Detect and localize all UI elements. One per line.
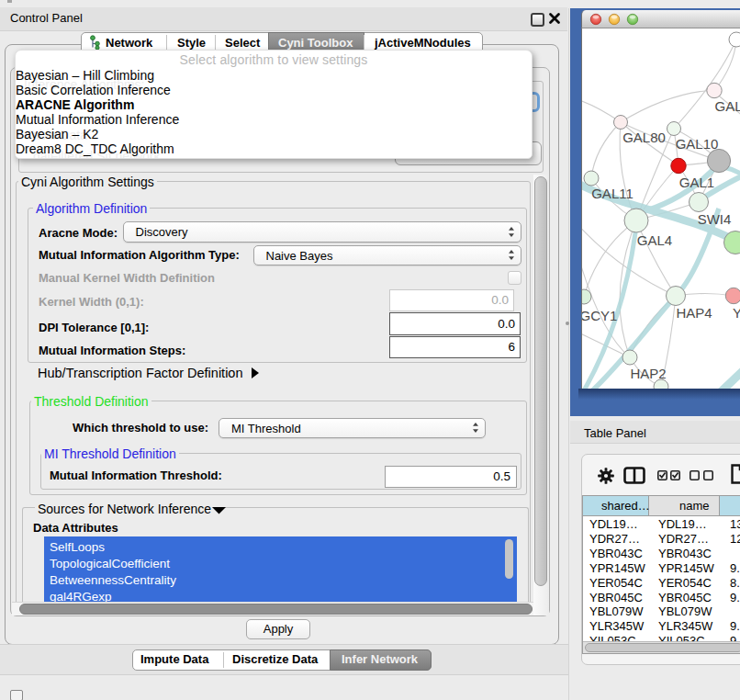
svg-text:GAL4: GAL4	[637, 232, 672, 248]
svg-text:GAL10: GAL10	[676, 136, 719, 152]
svg-text:HAP2: HAP2	[630, 366, 666, 381]
svg-text:GAL1: GAL1	[679, 175, 714, 190]
svg-text:SWI4: SWI4	[698, 211, 732, 227]
svg-text:HAP4: HAP4	[676, 305, 712, 321]
svg-text:GCY1: GCY1	[582, 308, 617, 323]
svg-text:GAL80: GAL80	[622, 130, 666, 145]
svg-text:GAL2: GAL2	[715, 98, 740, 114]
svg-text:Y: Y	[733, 305, 740, 321]
svg-text:GAL11: GAL11	[591, 186, 633, 201]
